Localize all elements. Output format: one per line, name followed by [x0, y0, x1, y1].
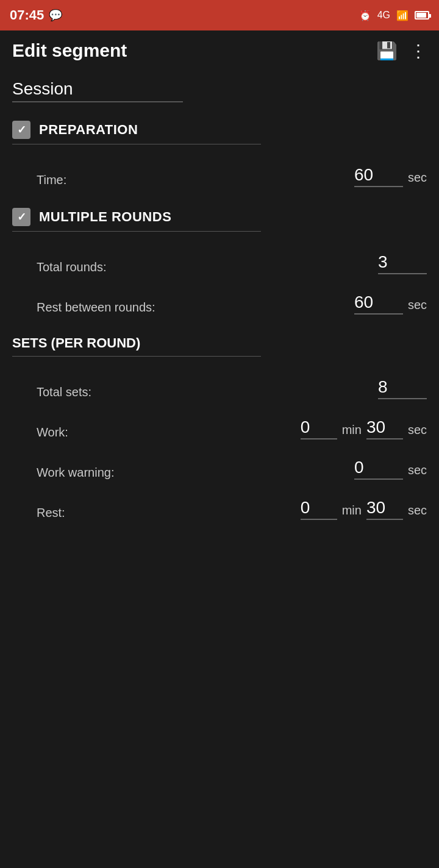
checkmark-icon: ✓ [17, 123, 26, 137]
rest-between-rounds-label: Rest between rounds: [37, 301, 349, 315]
status-time: 07:45 [10, 7, 44, 23]
preparation-time-input[interactable] [354, 164, 403, 187]
rest-row: Rest: min sec [12, 488, 427, 528]
alarm-icon: ⏰ [359, 10, 371, 21]
total-rounds-input[interactable] [378, 251, 427, 274]
status-right: ⏰ 4G 📶 [359, 10, 429, 21]
preparation-title: PREPARATION [39, 122, 138, 138]
total-sets-label: Total sets: [37, 385, 373, 399]
battery-icon [415, 11, 429, 20]
rest-min-input[interactable] [301, 497, 337, 520]
total-rounds-row: Total rounds: [12, 243, 427, 283]
multiple-rounds-title: MULTIPLE ROUNDS [39, 209, 171, 225]
preparation-section: ✓ PREPARATION Time: sec [12, 121, 427, 196]
sets-header: SETS (PER ROUND) [12, 335, 427, 351]
multiple-rounds-checkbox[interactable]: ✓ [12, 208, 30, 226]
more-options-button[interactable]: ⋮ [410, 41, 427, 61]
rest-between-rounds-unit: sec [408, 298, 427, 315]
work-warning-row: Work warning: sec [12, 448, 427, 488]
sets-title: SETS (PER ROUND) [12, 335, 140, 350]
toolbar-actions: 💾 ⋮ [376, 41, 427, 61]
status-bar: 07:45 💬 ⏰ 4G 📶 [0, 0, 439, 30]
sets-divider [12, 356, 261, 357]
preparation-time-row: Time: sec [12, 155, 427, 196]
rest-between-rounds-input[interactable] [354, 291, 403, 315]
signal-icon: 📶 [396, 10, 409, 21]
session-name-input[interactable] [12, 77, 183, 102]
page-title: Edit segment [12, 40, 127, 61]
multiple-rounds-header: ✓ MULTIPLE ROUNDS [12, 208, 427, 226]
preparation-divider [12, 144, 261, 144]
work-warning-unit: sec [408, 463, 427, 480]
work-sec-input[interactable] [366, 416, 403, 439]
content: ✓ PREPARATION Time: sec ✓ MULTIPLE ROUND… [0, 71, 439, 553]
preparation-checkbox[interactable]: ✓ [12, 121, 30, 139]
work-warning-sec-input[interactable] [354, 457, 403, 480]
multiple-rounds-section: ✓ MULTIPLE ROUNDS Total rounds: Rest bet… [12, 208, 427, 323]
total-sets-row: Total sets: [12, 368, 427, 408]
total-sets-input[interactable] [378, 376, 427, 399]
preparation-time-label: Time: [37, 173, 349, 187]
checkmark-icon: ✓ [17, 210, 26, 224]
sets-section: SETS (PER ROUND) Total sets: Work: min s… [12, 335, 427, 528]
total-rounds-label: Total rounds: [37, 260, 373, 274]
work-sec-unit: sec [408, 423, 427, 439]
rest-min-unit: min [342, 503, 362, 520]
notification-icon: 💬 [49, 9, 62, 22]
rest-sec-input[interactable] [366, 497, 403, 520]
session-input-wrapper [12, 77, 427, 102]
network-type: 4G [377, 10, 390, 21]
status-left: 07:45 💬 [10, 7, 62, 23]
work-warning-label: Work warning: [37, 466, 349, 480]
work-min-input[interactable] [301, 416, 337, 439]
multiple-rounds-divider [12, 231, 261, 232]
work-min-unit: min [342, 423, 362, 439]
toolbar: Edit segment 💾 ⋮ [0, 30, 439, 71]
save-button[interactable]: 💾 [376, 41, 398, 61]
rest-between-rounds-row: Rest between rounds: sec [12, 283, 427, 323]
preparation-time-unit: sec [408, 171, 427, 187]
preparation-header: ✓ PREPARATION [12, 121, 427, 139]
rest-sec-unit: sec [408, 503, 427, 520]
work-label: Work: [37, 425, 296, 439]
rest-label: Rest: [37, 506, 296, 520]
work-row: Work: min sec [12, 408, 427, 448]
